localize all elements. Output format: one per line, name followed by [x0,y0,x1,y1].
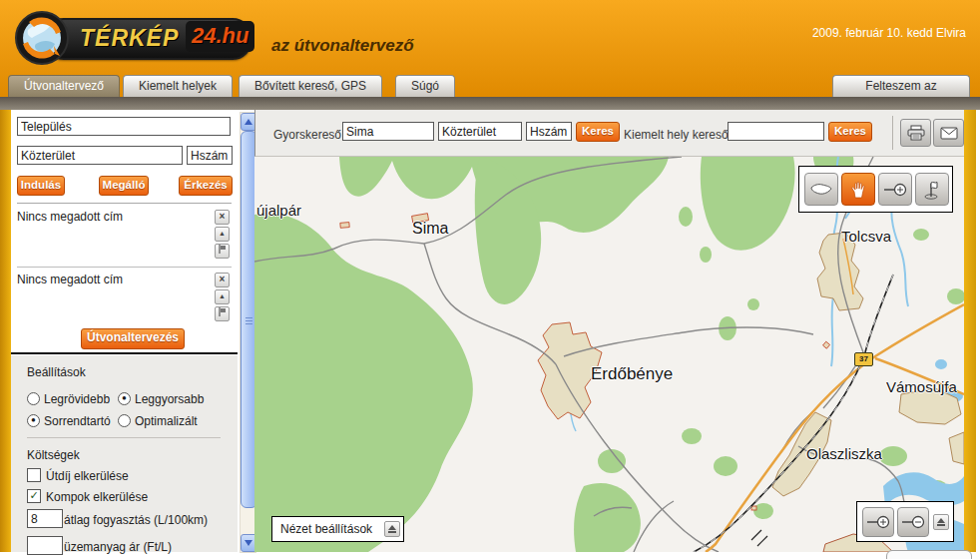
poi-search-input[interactable] [728,122,824,141]
radio-shortest-label: Legrövidebb [44,392,110,406]
pan-button[interactable] [841,173,875,206]
divider [892,116,893,150]
poi-search-button[interactable]: Keres [828,122,872,142]
zoom-out-button[interactable] [897,507,929,537]
collapse-view-settings-button[interactable] [384,521,400,537]
collapse-icon [937,518,945,523]
overview-button[interactable] [804,173,838,206]
place-label-ujalpar: újalpár [256,202,301,219]
road-number-badge: 37 [854,352,873,366]
divider [17,203,232,204]
print-button[interactable] [900,119,931,147]
settings-title: Beállítások [27,365,86,379]
settings-panel: Beállítások Legrövidebb ● Leggyorsabb ● … [11,355,238,552]
remove-address-button-2[interactable]: × [215,273,230,287]
brand-text: TÉRKÉP [80,25,179,52]
flag-waypoint-icon [923,180,941,200]
place-label-vamosujfalu: Vámosújfa [886,378,957,395]
zoom-in-icon [866,515,890,529]
remove-address-button-1[interactable]: × [215,210,230,225]
printer-icon [907,125,925,141]
pan-hand-icon [851,181,866,199]
divider [27,437,221,438]
hungary-overview-icon [810,183,832,196]
quick-settlement-input[interactable] [342,122,434,141]
header-date: 2009. február 10. kedd Elvira [812,26,966,40]
flag-button-1[interactable] [215,244,230,259]
flag-button-2[interactable] [215,306,230,321]
tab-bovitett-kereso-gps[interactable]: Bővített kereső, GPS [239,75,382,97]
map-search-bar: Gyorskereső Keres Kiemelt hely kereső Ke… [254,110,964,157]
waypoint-flag-button[interactable] [915,173,949,206]
place-label-tolcsva: Tolcsva [841,228,891,245]
fuel-price-input[interactable] [27,536,63,555]
ferry-avoid-checkbox[interactable]: ✓ [27,489,41,503]
street-input[interactable] [17,146,183,165]
arrive-button[interactable]: Érkezés [179,176,233,196]
tab-kiemelt-helyek[interactable]: Kiemelt helyek [123,75,233,97]
place-label-olaszliszka: Olaszliszka [806,445,882,462]
settlement-input[interactable] [17,117,231,136]
terkep24-app: TÉRKÉP 24.hu az útvonaltervező 2009. feb… [0,0,980,559]
flag-icon [218,245,227,254]
tab-felteszem-az-uzletem[interactable]: Felteszem az üzletem [832,75,970,97]
quick-search-label: Gyorskereső [273,128,341,142]
quick-houseno-input[interactable] [526,122,572,141]
zoom-box-button[interactable] [878,173,912,206]
zoom-controls-box [856,501,954,542]
zoom-box-icon [883,183,907,197]
mail-button[interactable] [933,119,964,147]
no-address-text-1: Nincs megadott cím [17,210,123,224]
left-gold-strip [0,110,11,552]
avg-consumption-label: átlag fogyasztás (L/100km) [64,513,208,527]
start-button[interactable]: Indulás [17,176,65,196]
mail-icon [940,127,958,140]
tabbar-base [0,97,980,110]
place-label-sima: Sima [412,220,448,238]
radio-optimized[interactable] [118,414,131,427]
plan-route-button[interactable]: Útvonaltervezés [81,328,185,349]
bottom-partial-panel [886,550,972,559]
quick-street-input[interactable] [438,122,522,141]
quick-search-button[interactable]: Keres [576,122,620,142]
toll-avoid-label: Útdíj elkerülése [46,469,129,483]
section-divider [11,352,238,354]
houseno-input[interactable] [187,146,233,165]
move-up-button-2[interactable]: ▲ [215,289,230,304]
zoom-in-button[interactable] [862,507,894,537]
map-tools-box [798,166,953,213]
fuel-price-label: üzemanyag ár (Ft/L) [64,540,172,554]
globe-icon [14,10,70,66]
radio-keep-order-label: Sorrendtartó [44,414,111,428]
flag-icon [218,307,227,316]
tab-utvonaltervezo[interactable]: Útvonaltervező [8,75,120,97]
avg-consumption-input[interactable] [27,509,63,528]
radio-fastest-label: Leggyorsabb [135,392,204,406]
place-label-erdobenye: Erdőbénye [591,364,673,384]
ferry-avoid-label: Kompok elkerülése [46,490,148,504]
divider [17,267,232,268]
brand-suffix: 24.hu [186,21,254,52]
radio-fastest[interactable]: ● [118,392,131,405]
logo[interactable]: TÉRKÉP 24.hu az útvonaltervező [14,10,433,64]
costs-title: Költségek [27,448,80,462]
collapse-icon [388,525,396,530]
view-settings-box[interactable]: Nézet beállítások [271,516,404,542]
zoom-out-icon [901,515,925,529]
view-settings-label: Nézet beállítások [280,522,372,536]
collapse-zoom-button[interactable] [933,514,949,530]
right-gold-strip [964,110,976,552]
move-up-button-1[interactable]: ▲ [215,227,230,242]
map-canvas[interactable]: újalpár Sima Tolcsva Erdőbénye Vámosújfa… [254,157,964,552]
poi-search-label: Kiemelt hely kereső [624,128,729,142]
stop-button[interactable]: Megálló [99,176,149,196]
radio-optimized-label: Optimalizált [135,414,198,428]
radio-keep-order[interactable]: ● [27,414,40,427]
tab-sugo[interactable]: Súgó [395,75,455,97]
brand-tagline: az útvonaltervező [271,36,414,56]
no-address-text-2: Nincs megadott cím [17,273,123,286]
toll-avoid-checkbox[interactable] [27,468,41,482]
radio-shortest[interactable] [27,392,40,405]
